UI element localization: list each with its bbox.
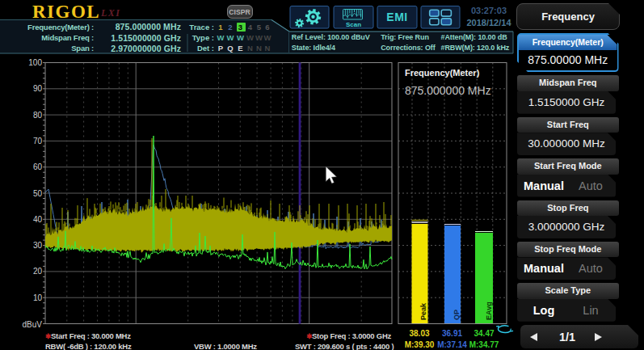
svg-text:Peak: Peak bbox=[419, 302, 427, 320]
svg-text:EAvg: EAvg bbox=[485, 302, 493, 320]
svg-text:QP: QP bbox=[452, 310, 461, 320]
